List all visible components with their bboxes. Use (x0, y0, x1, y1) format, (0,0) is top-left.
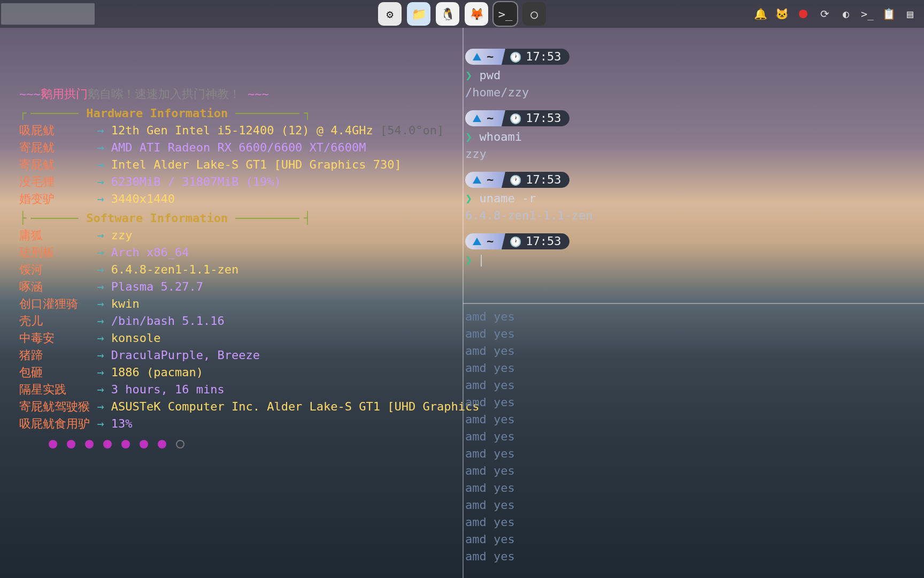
shell-output: 6.4.8-zen1-1.1-zen (465, 207, 919, 224)
software-row: 壳儿 → /bin/bash 5.1.16 (19, 313, 463, 330)
loop-line: amd yes (465, 428, 919, 445)
output-pane[interactable]: amd yesamd yesamd yesamd yesamd yesamd y… (465, 308, 919, 565)
software-row: 庸狐 → zzy (19, 227, 463, 244)
color-palette (19, 440, 463, 448)
software-row: 寄屁鱿驾驶猴 → ASUSTeK Computer Inc. Alder Lak… (19, 398, 463, 415)
shell-command: uname -r (480, 192, 536, 205)
loop-line: amd yes (465, 377, 919, 394)
tagline: ~~~鹅用拱门鹅自嗦！速速加入拱门神教！ ~~~ (19, 86, 463, 103)
loop-line: amd yes (465, 480, 919, 497)
software-row: 珐刑板 → Arch x86_64 (19, 244, 463, 261)
loop-line: amd yes (465, 514, 919, 531)
loop-line: amd yes (465, 411, 919, 428)
hardware-row: 寄屁鱿 → Intel Alder Lake-S GT1 [UHD Graphi… (19, 156, 463, 173)
settings-icon[interactable]: ⚙ (378, 2, 402, 26)
prompt-pill: ~17:53 (465, 49, 569, 65)
loop-line: amd yes (465, 445, 919, 462)
shell-output: zzy (465, 146, 919, 163)
clock-icon (510, 110, 522, 126)
sync-icon[interactable]: ⟳ (817, 6, 832, 21)
software-row: 创口灌狸骑 → kwin (19, 295, 463, 313)
software-row: 馁河 → 6.4.8-zen1-1.1-zen (19, 261, 463, 278)
prompt-glyph: ❯ (465, 130, 472, 143)
taskbar-left-placeholder (1, 3, 95, 25)
hardware-row: 婚变驴 → 3440x1440 (19, 191, 463, 208)
software-row: 中毒安 → konsole (19, 330, 463, 347)
system-tray: 🔔🐱⟳◐>_📋▤ (753, 6, 924, 21)
prompt-pill: ~17:53 (465, 172, 569, 188)
software-row: 隔星实践 → 3 hours, 16 mins (19, 381, 463, 398)
shell-command: whoami (480, 130, 522, 143)
loop-line: amd yes (465, 531, 919, 548)
panel-icon[interactable]: ▤ (903, 6, 918, 21)
steam-icon[interactable]: ◐ (838, 6, 853, 21)
loop-line: amd yes (465, 325, 919, 343)
shell-output: /home/zzy (465, 84, 919, 101)
software-row: 包砸 → 1886 (pacman) (19, 364, 463, 381)
hardware-section-header: ┌ Hardware Information ┐ (19, 105, 463, 122)
clock-icon (510, 172, 522, 188)
qq-icon[interactable]: 🐧 (436, 2, 459, 26)
loop-line: amd yes (465, 548, 919, 565)
taskbar: ⚙📁🐧🦊>_◯ 🔔🐱⟳◐>_📋▤ (0, 0, 924, 28)
files-icon[interactable]: 📁 (407, 2, 430, 26)
loop-line: amd yes (465, 360, 919, 377)
clock-icon (510, 49, 522, 65)
cursor (481, 255, 482, 267)
arch-logo-icon (473, 176, 481, 184)
prompt-glyph: ❯ (465, 69, 472, 82)
firefox-icon[interactable]: 🦊 (465, 2, 488, 26)
software-section-header: ├ Software Information ┤ (19, 210, 463, 227)
prompt-pill: ~17:53 (465, 233, 569, 249)
loop-line: amd yes (465, 308, 919, 325)
software-row: 猪蹄 → DraculaPurple, Breeze (19, 347, 463, 364)
prompt-pill: ~17:53 (465, 110, 569, 126)
clock-icon (510, 233, 522, 249)
hardware-row: 寄屁鱿 → AMD ATI Radeon RX 6600/6600 XT/660… (19, 139, 463, 156)
fetch-panel: ~~~鹅用拱门鹅自嗦！速速加入拱门神教！ ~~~ ┌ Hardware Info… (19, 86, 463, 448)
konsole-tray-icon[interactable]: >_ (860, 6, 875, 21)
clipboard-icon[interactable]: 📋 (881, 6, 896, 21)
software-row: 吸屁鱿食用驴 → 13% (19, 415, 463, 432)
cat-icon[interactable]: 🐱 (774, 6, 789, 21)
shell-pane[interactable]: ~17:53❯ pwd/home/zzy~17:53❯ whoamizzy~17… (465, 48, 919, 277)
record-icon[interactable] (796, 6, 811, 21)
arch-logo-icon (473, 115, 481, 122)
terminal-icon[interactable]: >_ (494, 2, 517, 26)
loop-line: amd yes (465, 394, 919, 411)
pane-splitter-horizontal[interactable] (463, 303, 924, 304)
loop-line: amd yes (465, 497, 919, 514)
prompt-glyph: ❯ (465, 192, 472, 205)
hardware-row: 没毛狸 → 6230MiB / 31807MiB (19%) (19, 173, 463, 191)
bell-icon[interactable]: 🔔 (753, 6, 768, 21)
arch-logo-icon (473, 238, 481, 245)
shell-command: pwd (480, 69, 501, 82)
arch-logo-icon (473, 53, 481, 60)
hardware-row: 吸屁鱿 → 12th Gen Intel i5-12400 (12) @ 4.4… (19, 122, 463, 139)
loop-line: amd yes (465, 343, 919, 360)
software-row: 啄涵 → Plasma 5.27.7 (19, 278, 463, 295)
loop-line: amd yes (465, 462, 919, 480)
obs-icon[interactable]: ◯ (522, 2, 546, 26)
dock: ⚙📁🐧🦊>_◯ (378, 2, 546, 26)
